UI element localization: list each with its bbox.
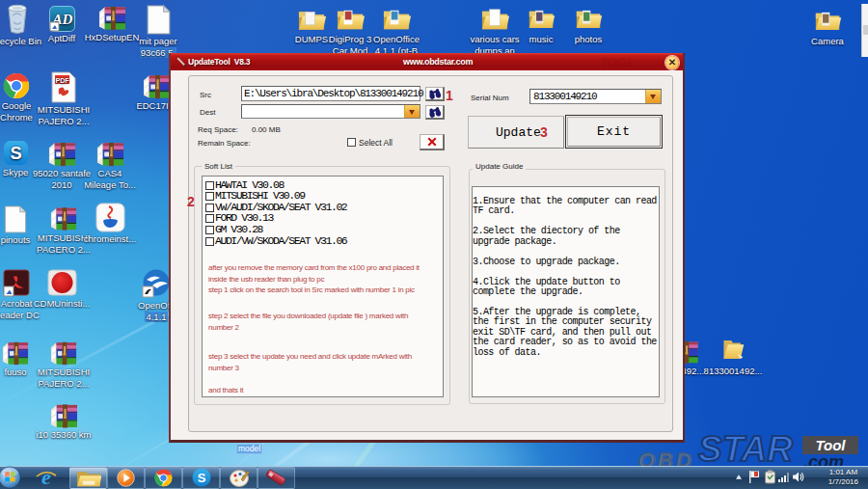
svg-text:e: e: [41, 467, 51, 488]
svg-text:S: S: [198, 471, 206, 485]
svg-text:PDF: PDF: [56, 77, 70, 84]
